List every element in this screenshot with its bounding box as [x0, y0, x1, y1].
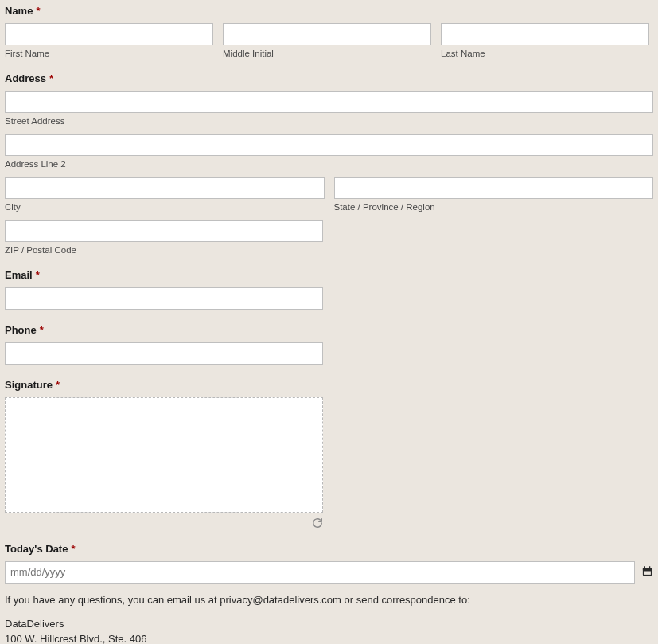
- last-name-sublabel: Last Name: [441, 49, 649, 58]
- signature-pad[interactable]: [5, 397, 323, 513]
- address-line2-sublabel: Address Line 2: [5, 159, 653, 169]
- email-label-row: Email*: [5, 269, 653, 281]
- phone-group: Phone*: [5, 324, 653, 365]
- email-group: Email*: [5, 269, 653, 310]
- middle-initial-input[interactable]: [223, 23, 431, 45]
- name-label: Name: [5, 5, 33, 17]
- signature-required: *: [56, 379, 60, 391]
- date-label-row: Today's Date*: [5, 543, 653, 555]
- phone-required: *: [40, 324, 44, 336]
- svg-rect-3: [649, 566, 650, 568]
- address-required: *: [49, 72, 53, 84]
- name-label-row: Name*: [5, 5, 653, 17]
- state-sublabel: State / Province / Region: [334, 202, 654, 212]
- address-group: Address* Street Address Address Line 2 C…: [5, 72, 653, 255]
- city-sublabel: City: [5, 202, 325, 212]
- phone-input[interactable]: [5, 342, 323, 365]
- street-address-sublabel: Street Address: [5, 116, 653, 126]
- info-addr2: 100 W. Hillcrest Blvd., Ste. 406: [5, 633, 146, 644]
- city-input[interactable]: [5, 177, 325, 199]
- address-label-row: Address*: [5, 72, 653, 84]
- name-required: *: [36, 5, 40, 17]
- zip-input[interactable]: [5, 220, 323, 242]
- svg-rect-1: [643, 568, 652, 570]
- date-input[interactable]: [5, 561, 635, 584]
- email-required: *: [36, 269, 40, 281]
- date-required: *: [71, 543, 75, 555]
- signature-refresh-row: [5, 516, 323, 529]
- info-block: If you have any questions, you can email…: [5, 593, 653, 644]
- refresh-icon[interactable]: [312, 516, 323, 528]
- signature-label-row: Signature*: [5, 379, 653, 391]
- street-address-input[interactable]: [5, 91, 653, 113]
- name-group: Name* First Name Middle Initial Last Nam…: [5, 5, 653, 58]
- date-group: Today's Date*: [5, 543, 653, 584]
- phone-label-row: Phone*: [5, 324, 653, 336]
- signature-label: Signature: [5, 379, 53, 391]
- state-input[interactable]: [334, 177, 654, 199]
- last-name-input[interactable]: [441, 23, 649, 45]
- email-label: Email: [5, 269, 33, 281]
- date-label: Today's Date: [5, 543, 68, 555]
- svg-rect-4: [644, 571, 651, 574]
- info-addr1: DataDelivers: [5, 618, 64, 630]
- first-name-sublabel: First Name: [5, 49, 213, 58]
- address-line2-input[interactable]: [5, 134, 653, 156]
- middle-initial-sublabel: Middle Initial: [223, 49, 431, 58]
- phone-label: Phone: [5, 324, 37, 336]
- info-line1: If you have any questions, you can email…: [5, 593, 653, 608]
- calendar-icon[interactable]: [641, 565, 653, 580]
- svg-rect-2: [644, 566, 645, 568]
- email-input[interactable]: [5, 287, 323, 310]
- first-name-input[interactable]: [5, 23, 213, 45]
- address-label: Address: [5, 72, 46, 84]
- zip-sublabel: ZIP / Postal Code: [5, 245, 323, 255]
- signature-group: Signature*: [5, 379, 653, 529]
